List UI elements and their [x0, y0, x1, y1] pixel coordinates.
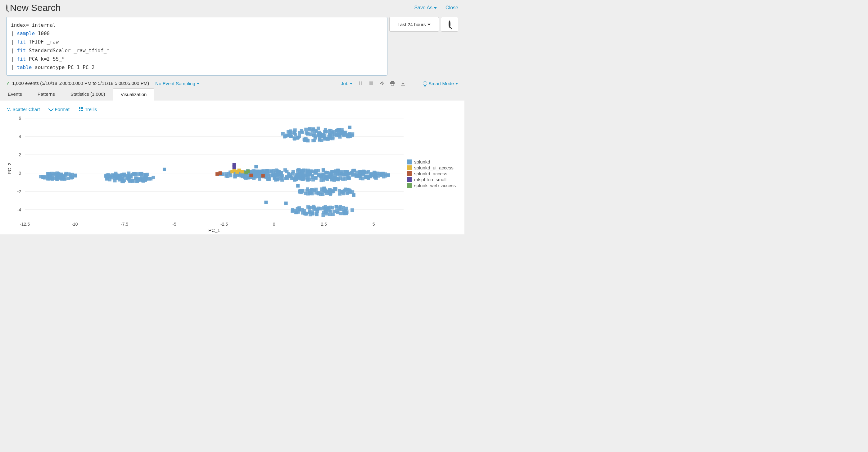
svg-rect-537: [352, 169, 356, 172]
svg-rect-573: [309, 170, 312, 174]
svg-rect-822: [264, 201, 268, 204]
svg-rect-278: [314, 129, 317, 133]
chevron-down-icon: [196, 83, 199, 85]
svg-rect-799: [245, 174, 248, 178]
svg-rect-662: [298, 190, 302, 194]
chevron-down-icon: [434, 7, 437, 9]
svg-rect-138: [149, 177, 152, 180]
job-dropdown[interactable]: Job: [341, 81, 353, 86]
legend-label: mlspl-too_small: [414, 177, 446, 182]
save-as-label: Save As: [414, 5, 432, 10]
svg-text:PC_1: PC_1: [208, 228, 220, 233]
share-icon[interactable]: [379, 81, 384, 86]
search-mode-dropdown[interactable]: Smart Mode: [423, 81, 458, 86]
pause-icon[interactable]: [358, 81, 363, 86]
svg-rect-508: [321, 168, 325, 172]
svg-rect-731: [304, 212, 307, 216]
format-button[interactable]: Format: [49, 107, 69, 112]
scatter-chart[interactable]: -4-20246-12.5-10-7.5-5-2.502.55PC_1PC_2: [6, 115, 407, 234]
svg-text:6: 6: [19, 116, 21, 121]
svg-rect-468: [306, 178, 310, 182]
svg-rect-159: [140, 172, 143, 175]
svg-rect-560: [381, 172, 385, 175]
svg-rect-492: [280, 176, 283, 180]
legend-item[interactable]: splunkd_access: [407, 171, 456, 176]
svg-rect-575: [285, 170, 288, 173]
svg-rect-595: [347, 176, 351, 180]
legend-item[interactable]: splunk_web_access: [407, 183, 456, 188]
event-sampling-dropdown[interactable]: No Event Sampling: [155, 81, 199, 86]
close-button[interactable]: Close: [445, 5, 458, 10]
search-input[interactable]: index=_internal| sample 1000| fit TFIDF …: [6, 17, 388, 76]
print-icon[interactable]: [390, 81, 395, 86]
svg-rect-0: [359, 81, 360, 85]
svg-rect-286: [339, 132, 342, 135]
svg-rect-820: [254, 165, 258, 169]
svg-rect-732: [344, 211, 348, 215]
legend-item[interactable]: mlspl-too_small: [407, 177, 456, 182]
svg-rect-283: [342, 134, 346, 137]
legend-item[interactable]: splunkd: [407, 159, 456, 165]
check-icon: ✓: [6, 81, 10, 86]
tab-patterns[interactable]: Patterns: [30, 88, 63, 100]
svg-rect-587: [314, 176, 318, 180]
svg-rect-73: [56, 178, 59, 181]
header-bar: New Search Save As Close: [0, 0, 464, 17]
svg-rect-296: [289, 133, 292, 137]
svg-text:4: 4: [19, 134, 21, 139]
tab-statistics[interactable]: Statistics (1,000): [63, 88, 113, 100]
svg-rect-293: [323, 134, 326, 137]
grid-icon: [79, 107, 83, 111]
legend-swatch: [407, 160, 412, 165]
svg-rect-270: [285, 134, 289, 137]
svg-rect-650: [351, 190, 354, 194]
svg-rect-832: [249, 174, 253, 177]
svg-rect-656: [323, 188, 327, 192]
svg-rect-262: [300, 129, 303, 133]
download-icon[interactable]: [400, 81, 405, 86]
time-range-picker[interactable]: Last 24 hours: [389, 17, 439, 32]
svg-rect-659: [321, 193, 324, 196]
save-as-button[interactable]: Save As: [414, 5, 437, 10]
svg-rect-592: [343, 177, 347, 180]
trellis-button[interactable]: Trellis: [79, 107, 97, 112]
chevron-down-icon: [428, 24, 431, 26]
svg-rect-70: [41, 176, 45, 179]
svg-rect-552: [365, 171, 369, 175]
svg-rect-532: [336, 169, 340, 172]
svg-rect-833: [261, 174, 265, 177]
tab-visualization[interactable]: Visualization: [113, 88, 154, 101]
stop-icon[interactable]: [369, 81, 374, 86]
svg-rect-815: [258, 171, 262, 174]
tab-events[interactable]: Events: [0, 88, 30, 100]
legend-item[interactable]: splunkd_ui_access: [407, 165, 456, 170]
svg-rect-660: [328, 188, 332, 192]
svg-rect-86: [61, 175, 65, 179]
svg-rect-237: [311, 129, 314, 133]
svg-rect-276: [329, 129, 333, 133]
pencil-icon: [49, 106, 54, 111]
svg-rect-730: [310, 210, 314, 214]
run-search-button[interactable]: [441, 17, 458, 32]
mode-label: Smart Mode: [428, 81, 454, 86]
svg-text:-2: -2: [18, 189, 22, 194]
legend-swatch: [407, 171, 412, 176]
svg-rect-292: [326, 137, 329, 141]
svg-rect-2: [369, 81, 373, 85]
svg-text:-12.5: -12.5: [20, 222, 30, 227]
svg-rect-542: [337, 178, 340, 181]
svg-rect-829: [238, 169, 241, 172]
chart-type-picker[interactable]: Scatter Chart: [6, 107, 40, 112]
time-range-label: Last 24 hours: [398, 22, 426, 27]
svg-rect-175: [105, 177, 108, 180]
svg-rect-177: [123, 173, 126, 176]
svg-rect-167: [107, 174, 111, 177]
svg-rect-77: [69, 173, 72, 177]
svg-rect-75: [73, 174, 77, 177]
page-title: New Search: [10, 2, 61, 13]
svg-text:-4: -4: [18, 207, 22, 212]
svg-text:-2.5: -2.5: [220, 222, 228, 227]
svg-rect-818: [163, 168, 166, 171]
legend-swatch: [407, 183, 412, 188]
svg-rect-695: [319, 207, 322, 210]
